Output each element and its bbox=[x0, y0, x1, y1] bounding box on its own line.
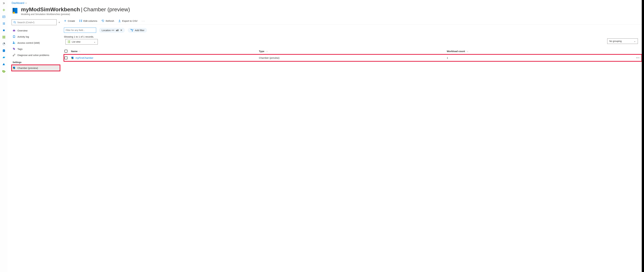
svg-rect-1 bbox=[2, 36, 3, 36]
filter-bar: Location == all ✕ Add filter bbox=[64, 25, 642, 34]
rail-cosmos-icon[interactable] bbox=[2, 56, 6, 59]
menu-label: Activity log bbox=[18, 35, 29, 38]
rail-cost-icon[interactable]: $ bbox=[2, 69, 6, 73]
rail-cube-icon[interactable] bbox=[2, 42, 6, 46]
nav-rail: SQL $ bbox=[0, 0, 8, 272]
menu-search-input[interactable] bbox=[17, 21, 55, 24]
activity-log-icon bbox=[12, 35, 16, 38]
svg-rect-2 bbox=[4, 36, 4, 36]
row-more-button[interactable]: ··· bbox=[635, 56, 641, 60]
access-control-icon bbox=[12, 41, 16, 44]
menu-label: Diagnose and solve problems bbox=[18, 54, 49, 56]
resource-icon bbox=[12, 7, 18, 14]
svg-point-23 bbox=[13, 30, 15, 31]
svg-point-21 bbox=[14, 21, 15, 23]
menu-search[interactable] bbox=[12, 19, 56, 25]
rail-sql-icon[interactable]: SQL bbox=[2, 49, 6, 52]
chamber-icon bbox=[71, 56, 74, 59]
page-header: myModSimWorkbench | Chamber (preview) Mo… bbox=[12, 6, 642, 16]
tags-icon bbox=[12, 48, 16, 50]
chevron-down-icon: ⌄ bbox=[94, 40, 96, 43]
svg-point-27 bbox=[14, 42, 15, 43]
records-count: Showing 1 to 1 of 1 records. bbox=[64, 35, 98, 38]
select-all-checkbox[interactable] bbox=[64, 50, 68, 52]
breadcrumb: Dashboard › bbox=[12, 1, 642, 5]
rail-list-icon[interactable] bbox=[2, 22, 6, 26]
svg-point-29 bbox=[13, 56, 14, 56]
rail-pyramid-icon[interactable] bbox=[2, 62, 6, 66]
column-name[interactable]: Name ↑↓ bbox=[71, 50, 259, 52]
plus-icon bbox=[64, 20, 66, 22]
content-pane: Create Edit columns Refresh bbox=[60, 19, 642, 71]
add-filter-button[interactable]: Add filter bbox=[128, 28, 147, 32]
svg-rect-5 bbox=[4, 37, 4, 38]
chevron-right-icon: › bbox=[26, 1, 26, 5]
main-content: Dashboard › myModSimWorkbench | Chamber … bbox=[8, 0, 642, 272]
chamber-icon bbox=[12, 66, 16, 69]
title-separator: | bbox=[81, 6, 82, 12]
rail-dashboard-icon[interactable] bbox=[2, 15, 6, 19]
grouping-select[interactable]: No grouping ⌄ bbox=[607, 38, 638, 44]
chevron-down-icon: ⌄ bbox=[634, 40, 636, 42]
column-type[interactable]: Type ↑↓ bbox=[259, 50, 447, 52]
export-csv-button[interactable]: Export to CSV bbox=[118, 19, 138, 22]
svg-rect-6 bbox=[4, 37, 5, 38]
refresh-icon bbox=[102, 19, 104, 22]
resource-menu: « Overview Activity log bbox=[12, 19, 60, 71]
collapse-menu-icon[interactable]: « bbox=[58, 21, 60, 24]
menu-chamber[interactable]: Chamber (preview) bbox=[12, 65, 60, 71]
menu-access-control[interactable]: Access control (IAM) bbox=[12, 40, 60, 46]
overview-icon bbox=[12, 29, 16, 32]
more-commands-button[interactable]: ··· bbox=[142, 20, 145, 22]
table-header: Name ↑↓ Type ↑↓ Workload count ↑↓ bbox=[64, 48, 642, 54]
svg-point-35 bbox=[72, 58, 72, 59]
sort-icon: ↑↓ bbox=[266, 50, 268, 52]
svg-rect-25 bbox=[14, 36, 15, 38]
table-row[interactable]: myFirstChamber Chamber (preview) 1 ··· bbox=[64, 54, 642, 61]
row-checkbox[interactable] bbox=[64, 56, 68, 59]
page-section: Chamber (preview) bbox=[84, 6, 130, 12]
list-icon bbox=[68, 41, 70, 43]
add-filter-icon bbox=[130, 29, 133, 32]
rail-all-services-icon[interactable] bbox=[2, 35, 6, 39]
svg-text:SQL: SQL bbox=[3, 50, 5, 51]
filter-input[interactable] bbox=[66, 29, 94, 32]
svg-rect-3 bbox=[4, 36, 5, 36]
filter-pill-location[interactable]: Location == all ✕ bbox=[99, 28, 125, 33]
svg-rect-7 bbox=[2, 38, 3, 38]
column-workload[interactable]: Workload count ↑↓ bbox=[447, 50, 635, 52]
download-icon bbox=[118, 19, 121, 22]
command-bar: Create Edit columns Refresh bbox=[64, 19, 642, 25]
svg-rect-8 bbox=[4, 38, 4, 38]
sort-icon: ↑↓ bbox=[466, 50, 468, 52]
diagnose-icon bbox=[12, 54, 16, 56]
menu-tags[interactable]: Tags bbox=[12, 46, 60, 52]
rail-expand-icon[interactable] bbox=[2, 1, 6, 5]
menu-overview[interactable]: Overview bbox=[12, 28, 60, 34]
rail-create-icon[interactable] bbox=[2, 8, 6, 12]
rail-favorites-icon[interactable] bbox=[2, 28, 6, 32]
menu-label: Tags bbox=[18, 48, 22, 50]
row-workload-cell: 1 bbox=[447, 56, 635, 59]
menu-diagnose[interactable]: Diagnose and solve problems bbox=[12, 52, 60, 58]
page-subtitle: Modeling and Simulation Workbenches (pre… bbox=[21, 13, 130, 16]
create-button[interactable]: Create bbox=[64, 20, 75, 22]
right-edge-strip bbox=[642, 0, 644, 272]
svg-point-28 bbox=[13, 48, 14, 48]
refresh-button[interactable]: Refresh bbox=[102, 19, 114, 22]
remove-filter-icon[interactable]: ✕ bbox=[120, 29, 122, 32]
row-name-cell[interactable]: myFirstChamber bbox=[71, 56, 259, 59]
page-title: myModSimWorkbench bbox=[21, 6, 80, 12]
svg-rect-20 bbox=[14, 12, 14, 13]
menu-label: Overview bbox=[18, 29, 28, 32]
row-type-cell: Chamber (preview) bbox=[259, 56, 447, 59]
svg-rect-4 bbox=[2, 37, 3, 38]
view-mode-select[interactable]: List view ⌄ bbox=[66, 39, 98, 44]
edit-columns-button[interactable]: Edit columns bbox=[79, 20, 97, 22]
breadcrumb-root[interactable]: Dashboard bbox=[12, 2, 24, 4]
menu-label: Access control (IAM) bbox=[18, 42, 40, 44]
menu-activity-log[interactable]: Activity log bbox=[12, 34, 60, 40]
filter-any-field[interactable] bbox=[64, 28, 96, 33]
columns-icon bbox=[79, 20, 82, 22]
svg-rect-9 bbox=[4, 38, 5, 38]
